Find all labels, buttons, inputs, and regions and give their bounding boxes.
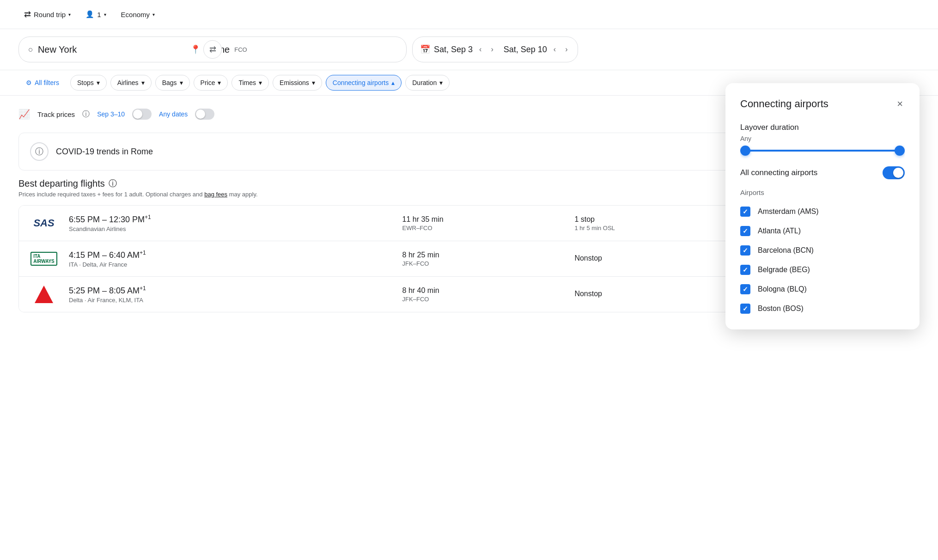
layover-any-label: Any <box>740 135 905 142</box>
top-bar: ⇄ Round trip ▾ 👤 1 ▾ Economy ▾ <box>0 0 938 29</box>
bags-filter[interactable]: Bags ▾ <box>155 75 190 91</box>
cabin-button[interactable]: Economy ▾ <box>116 7 161 22</box>
list-item[interactable]: ✓ Barcelona (BCN) <box>740 241 905 260</box>
date-from-prev[interactable]: ‹ <box>476 43 484 55</box>
emissions-chevron: ▾ <box>312 79 315 86</box>
airport-checkbox-ams[interactable]: ✓ <box>740 207 750 217</box>
subtitle-text2: may apply. <box>229 191 258 198</box>
all-filters-button[interactable]: ⚙ All filters <box>18 75 67 90</box>
track-prices-info-icon[interactable]: ⓘ <box>82 110 90 119</box>
filter-icon: ⚙ <box>26 79 32 86</box>
emissions-filter[interactable]: Emissions ▾ <box>273 75 322 91</box>
list-item[interactable]: ✓ Boston (BOS) <box>740 299 905 318</box>
airports-label: Airports <box>740 189 905 196</box>
close-icon: × <box>897 98 903 110</box>
date-from-next[interactable]: › <box>488 43 496 55</box>
section-info-icon[interactable]: ⓘ <box>109 178 117 189</box>
all-filters-label: All filters <box>35 79 59 86</box>
any-dates-toggle[interactable] <box>195 109 214 120</box>
flight-duration-0: 11 hr 35 min EWR–FCO <box>402 215 564 231</box>
destination-code: FCO <box>234 46 247 53</box>
flight-duration-time-1: 8 hr 25 min <box>402 251 564 259</box>
layover-duration-heading: Layover duration <box>740 123 905 132</box>
covid-info-icon: ⓘ <box>30 142 49 161</box>
flight-times-0: 6:55 PM – 12:30 PM+1 Scandinavian Airlin… <box>69 214 391 232</box>
flight-airline-name-0: Scandinavian Airlines <box>69 225 391 232</box>
origin-input[interactable] <box>38 44 167 55</box>
airport-checkbox-atl[interactable]: ✓ <box>740 226 750 236</box>
duration-filter[interactable]: Duration ▾ <box>405 75 450 91</box>
airport-checkbox-bcn[interactable]: ✓ <box>740 245 750 256</box>
cabin-label: Economy <box>121 11 150 18</box>
panel-scroll-area[interactable]: Layover duration Any All connecting airp… <box>740 123 905 318</box>
airlines-label: Airlines <box>117 79 139 86</box>
list-item[interactable]: ✓ Amsterdam (AMS) <box>740 202 905 221</box>
trip-type-chevron: ▾ <box>68 12 71 17</box>
origin-dot-icon: ○ <box>28 45 33 55</box>
all-connecting-toggle[interactable] <box>883 166 905 179</box>
stops-filter[interactable]: Stops ▾ <box>70 75 107 91</box>
passengers-chevron: ▾ <box>104 12 106 17</box>
bag-fees-link[interactable]: bag fees <box>204 191 227 198</box>
track-prices-date: Sep 3–10 <box>97 110 125 118</box>
flight-stops-2: Nonstop <box>574 290 736 299</box>
flight-duration-time-0: 11 hr 35 min <box>402 215 564 224</box>
track-prices-label: Track prices <box>37 110 75 118</box>
airport-checkbox-beg[interactable]: ✓ <box>740 265 750 275</box>
flight-route-1: JFK–FCO <box>402 260 564 267</box>
times-label: Times <box>238 79 256 86</box>
airport-checkbox-blq[interactable]: ✓ <box>740 284 750 294</box>
stops-chevron: ▾ <box>97 79 100 86</box>
panel-close-button[interactable]: × <box>895 96 905 112</box>
airport-name-beg: Belgrade (BEG) <box>758 266 810 274</box>
flight-stops-0: 1 stop 1 hr 5 min OSL <box>574 215 736 231</box>
delta-triangle-icon <box>35 286 53 303</box>
trip-type-label: Round trip <box>34 11 66 18</box>
duration-label: Duration <box>412 79 437 86</box>
connecting-airports-filter[interactable]: Connecting airports ▴ <box>326 75 402 91</box>
subtitle-text: Prices include required taxes + fees for… <box>18 191 203 198</box>
airline-logo-delta <box>30 286 58 303</box>
section-title-text: Best departing flights <box>18 178 105 189</box>
track-prices-toggle[interactable] <box>132 109 152 120</box>
stops-text-1: Nonstop <box>574 254 736 262</box>
date-to-next[interactable]: › <box>562 43 570 55</box>
connecting-airports-label: Connecting airports <box>333 79 389 86</box>
swap-button[interactable]: ⇄ <box>203 40 222 59</box>
airport-name-bos: Boston (BOS) <box>758 304 804 313</box>
slider-thumb-left[interactable] <box>740 146 750 156</box>
price-filter[interactable]: Price ▾ <box>194 75 228 91</box>
flight-times-2: 5:25 PM – 8:05 AM+1 Delta · Air France, … <box>69 285 391 304</box>
covid-text: COVID-19 trends in Rome <box>56 147 153 157</box>
stops-text-2: Nonstop <box>574 290 736 298</box>
connecting-airports-panel: Connecting airports × Layover duration A… <box>725 83 920 329</box>
date-to: Sat, Sep 10 <box>504 45 547 55</box>
swap-icon: ⇄ <box>24 9 31 19</box>
flight-duration-1: 8 hr 25 min JFK–FCO <box>402 251 564 267</box>
date-to-prev[interactable]: ‹ <box>551 43 559 55</box>
list-item[interactable]: ✓ Belgrade (BEG) <box>740 260 905 280</box>
list-item[interactable]: ✓ Atlanta (ATL) <box>740 221 905 241</box>
airport-checkbox-bos[interactable]: ✓ <box>740 304 750 314</box>
person-icon: 👤 <box>85 10 94 18</box>
cabin-chevron: ▾ <box>152 12 155 17</box>
trip-type-button[interactable]: ⇄ Round trip ▾ <box>18 6 76 23</box>
connecting-airports-chevron: ▴ <box>391 79 395 86</box>
airline-logo-sas: SAS <box>30 217 58 229</box>
passengers-button[interactable]: 👤 1 ▾ <box>80 6 111 22</box>
all-connecting-label: All connecting airports <box>740 168 817 177</box>
flight-stops-1: Nonstop <box>574 254 736 263</box>
airport-name-bcn: Barcelona (BCN) <box>758 246 814 255</box>
panel-header: Connecting airports × <box>740 96 905 112</box>
flight-airline-name-1: ITA · Delta, Air France <box>69 261 391 268</box>
times-filter[interactable]: Times ▾ <box>231 75 269 91</box>
slider-thumb-right[interactable] <box>895 146 905 156</box>
layover-slider[interactable] <box>740 150 905 152</box>
list-item[interactable]: ✓ Bologna (BLQ) <box>740 280 905 299</box>
date-from: Sat, Sep 3 <box>434 45 473 55</box>
airlines-filter[interactable]: Airlines ▾ <box>110 75 152 91</box>
search-bar: ○ ⇄ 📍 Rome FCO 📅 Sat, Sep 3 ‹ › Sat, Sep… <box>0 29 938 70</box>
times-chevron: ▾ <box>259 79 262 86</box>
flight-time-range-2: 5:25 PM – 8:05 AM+1 <box>69 285 391 296</box>
flight-duration-2: 8 hr 40 min JFK–FCO <box>402 286 564 303</box>
